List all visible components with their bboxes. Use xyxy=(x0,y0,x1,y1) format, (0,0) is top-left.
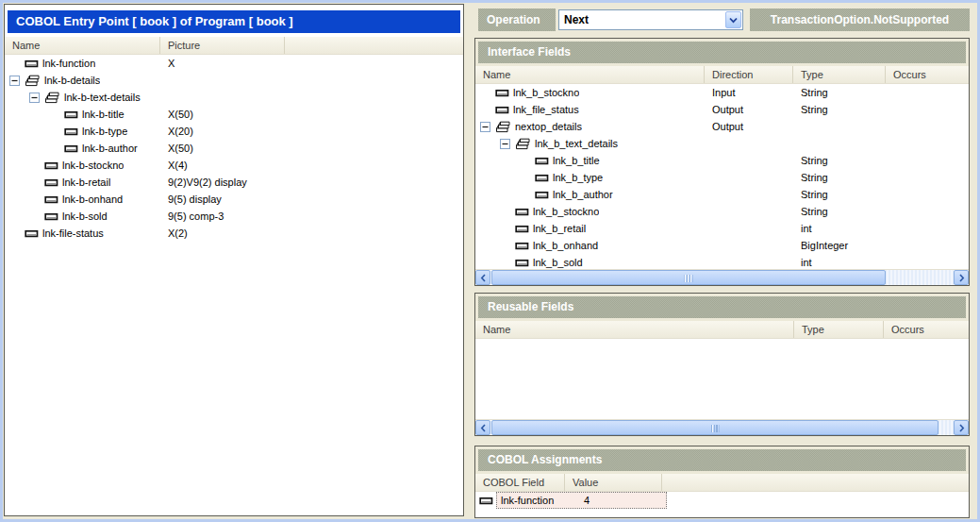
field-icon xyxy=(64,110,78,119)
tree-row[interactable]: lnk-file-statusX(2) xyxy=(5,225,463,242)
tree-value-cell: Output xyxy=(705,118,793,135)
cobol-assignments-list: lnk-function4 xyxy=(475,492,969,517)
cobol-field-value[interactable]: 4 xyxy=(569,495,666,506)
tree-row[interactable]: lnk-b-details xyxy=(5,72,463,89)
scrollbar-track[interactable] xyxy=(490,270,954,285)
field-icon xyxy=(515,259,529,267)
tree-row[interactable]: lnk_file_statusOutputString xyxy=(475,101,969,118)
tree-row[interactable]: lnk_b_retailint xyxy=(475,220,969,237)
operation-select[interactable]: Next xyxy=(558,9,743,30)
tree-item-label: lnk_b_stockno xyxy=(513,87,579,98)
scrollbar-grip xyxy=(685,275,693,282)
tree-name-cell: lnk-function xyxy=(5,55,160,72)
tree-row[interactable]: nextop_detailsOutput xyxy=(475,118,969,135)
tree-value-cell xyxy=(705,152,793,169)
tree-value-cell: X xyxy=(160,55,463,72)
tree-row[interactable]: lnk-b-retail9(2)V9(2) display xyxy=(5,174,463,191)
field-icon xyxy=(44,195,58,204)
scroll-right-button[interactable] xyxy=(954,270,969,285)
scroll-left-button[interactable] xyxy=(475,420,490,435)
scroll-left-button[interactable] xyxy=(475,270,490,285)
interface-fields-title: Interface Fields xyxy=(478,42,966,63)
tree-value-cell: String xyxy=(793,169,886,186)
tree-row[interactable]: lnk-b-stocknoX(4) xyxy=(5,157,463,174)
scrollbar-track[interactable] xyxy=(490,420,954,435)
interface-horizontal-scrollbar[interactable] xyxy=(475,269,969,285)
tree-name-cell: lnk-b-sold xyxy=(5,208,160,225)
tree-indent xyxy=(475,211,500,212)
tree-item-label: lnk-file-status xyxy=(42,227,104,239)
left-column-header-row: NamePicture xyxy=(5,37,463,55)
tree-item-label: lnk-b-details xyxy=(44,75,100,86)
column-header-picture: Picture xyxy=(160,37,285,54)
tree-name-cell: lnk-b-stockno xyxy=(5,157,160,174)
tree-name-cell: lnk-file-status xyxy=(5,225,160,242)
tree-value-cell: String xyxy=(793,203,886,220)
tree-row[interactable]: lnk-b-text-details xyxy=(5,89,463,106)
tree-row[interactable]: lnk-b-titleX(50) xyxy=(5,106,463,123)
tree-value-cell: String xyxy=(793,84,886,101)
assignment-selection[interactable]: lnk-function4 xyxy=(496,492,667,509)
minus-expander-icon[interactable] xyxy=(500,139,510,149)
tree-row[interactable]: lnk_b_authorString xyxy=(475,186,969,203)
tree-row[interactable]: lnk-b-typeX(20) xyxy=(5,123,463,140)
reusable-horizontal-scrollbar[interactable] xyxy=(475,419,969,435)
tree-item-label: lnk-b-author xyxy=(82,143,138,154)
tree-indent xyxy=(5,148,49,149)
column-header-name: Name xyxy=(5,37,160,54)
tree-item-label: lnk-b-title xyxy=(82,109,125,120)
tree-row[interactable]: lnk_b_stocknoString xyxy=(475,203,969,220)
tree-row[interactable]: lnk-functionX xyxy=(5,55,463,72)
minus-expander-icon[interactable] xyxy=(29,93,40,103)
tree-row[interactable]: lnk-b-sold9(5) comp-3 xyxy=(5,208,463,225)
cobol-assignments-column-header-row: COBOL FieldValue xyxy=(475,474,969,492)
field-icon xyxy=(44,161,58,170)
tree-row[interactable]: lnk_b_text_details xyxy=(475,135,969,152)
tree-name-cell: lnk-b-author xyxy=(5,140,160,157)
reusable-column-header-row: NameTypeOccurs xyxy=(475,321,969,339)
cobol-assignment-row[interactable]: lnk-function4 xyxy=(475,492,969,509)
minus-expander-icon[interactable] xyxy=(480,122,490,132)
tree-indent xyxy=(475,194,520,195)
tree-row[interactable]: lnk_b_titleString xyxy=(475,152,969,169)
cobol-assignments-group: COBOL Assignments COBOL FieldValue lnk-f… xyxy=(474,446,970,518)
tree-indent xyxy=(475,143,500,144)
tree-value-cell xyxy=(160,72,463,89)
tree-indent xyxy=(475,177,520,178)
column-header-direction: Direction xyxy=(705,66,793,83)
tree-item-label: lnk-b-onhand xyxy=(62,194,123,205)
scrollbar-thumb[interactable] xyxy=(491,420,938,435)
tree-item-label: lnk_b_onhand xyxy=(533,240,598,251)
tree-name-cell: lnk-b-type xyxy=(5,123,160,140)
tree-row[interactable]: lnk-b-authorX(50) xyxy=(5,140,463,157)
tree-item-label: lnk_b_author xyxy=(553,189,613,200)
tree-row[interactable]: lnk_b_onhandBigInteger xyxy=(475,237,969,254)
combo-dropdown-button[interactable] xyxy=(725,11,741,28)
tree-row[interactable]: lnk_b_soldint xyxy=(475,254,969,269)
field-icon xyxy=(495,106,509,114)
cobol-field-name: lnk-function xyxy=(497,495,569,506)
reusable-fields-title: Reusable Fields xyxy=(478,296,966,318)
tree-name-cell: lnk_b_stockno xyxy=(475,84,705,101)
field-icon xyxy=(44,178,58,187)
tree-item-label: nextop_details xyxy=(515,121,582,132)
tree-row[interactable]: lnk-b-onhand9(5) display xyxy=(5,191,463,208)
tree-row[interactable]: lnk_b_typeString xyxy=(475,169,969,186)
scrollbar-thumb[interactable] xyxy=(491,270,886,285)
tree-indent xyxy=(475,93,480,93)
tree-value-cell: int xyxy=(793,254,886,269)
cobol-entry-point-panel: COBOL Entry Point [ book ] of Program [ … xyxy=(4,4,464,516)
operation-selected-value: Next xyxy=(559,13,724,26)
field-icon xyxy=(64,127,78,136)
tree-value-cell: X(50) xyxy=(160,140,463,157)
tree-value-cell xyxy=(886,118,969,135)
interface-fields-group: Interface Fields NameDirectionTypeOccurs… xyxy=(474,38,970,286)
scroll-right-button[interactable] xyxy=(954,420,969,435)
tree-name-cell: lnk_b_title xyxy=(475,152,705,169)
column-header-name: Name xyxy=(475,66,705,83)
tree-row[interactable]: lnk_b_stocknoInputString xyxy=(475,84,969,101)
field-icon xyxy=(479,497,493,505)
minus-expander-icon[interactable] xyxy=(9,76,20,86)
tree-value-cell: String xyxy=(793,101,886,118)
field-icon xyxy=(535,191,549,199)
